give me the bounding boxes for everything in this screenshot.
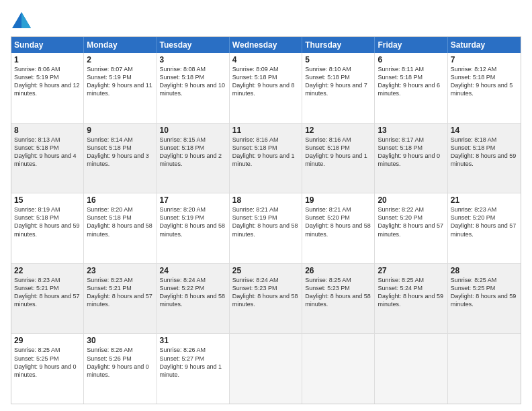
day-info: Sunrise: 8:26 AM Sunset: 5:26 PM Dayligh… (87, 346, 153, 379)
day-number: 24 (160, 266, 226, 275)
day-cell-15: 15Sunrise: 8:19 AM Sunset: 5:18 PM Dayli… (11, 193, 84, 263)
day-cell-27: 27Sunrise: 8:25 AM Sunset: 5:24 PM Dayli… (375, 264, 447, 334)
day-cell-8: 8Sunrise: 8:13 AM Sunset: 5:18 PM Daylig… (11, 124, 84, 193)
day-number: 8 (14, 126, 81, 135)
day-number: 20 (378, 195, 444, 205)
day-info: Sunrise: 8:13 AM Sunset: 5:18 PM Dayligh… (14, 136, 81, 169)
page: SundayMondayTuesdayWednesdayThursdayFrid… (0, 0, 532, 411)
day-cell-20: 20Sunrise: 8:22 AM Sunset: 5:20 PM Dayli… (375, 193, 447, 263)
day-number: 3 (160, 55, 226, 64)
empty-cell (230, 334, 302, 404)
day-info: Sunrise: 8:24 AM Sunset: 5:23 PM Dayligh… (232, 276, 299, 309)
day-number: 22 (14, 266, 81, 275)
calendar-header: SundayMondayTuesdayWednesdayThursdayFrid… (11, 37, 521, 53)
day-info: Sunrise: 8:22 AM Sunset: 5:20 PM Dayligh… (378, 205, 444, 238)
day-info: Sunrise: 8:21 AM Sunset: 5:20 PM Dayligh… (305, 205, 371, 238)
day-info: Sunrise: 8:25 AM Sunset: 5:25 PM Dayligh… (14, 346, 81, 379)
day-number: 27 (378, 266, 444, 275)
header-day-tuesday: Tuesday (157, 37, 230, 53)
day-cell-5: 5Sunrise: 8:10 AM Sunset: 5:18 PM Daylig… (302, 53, 375, 123)
day-number: 14 (451, 126, 518, 135)
header-day-thursday: Thursday (302, 37, 375, 53)
day-info: Sunrise: 8:07 AM Sunset: 5:19 PM Dayligh… (87, 65, 153, 98)
day-number: 31 (160, 336, 226, 345)
day-cell-4: 4Sunrise: 8:09 AM Sunset: 5:18 PM Daylig… (230, 53, 302, 123)
day-cell-3: 3Sunrise: 8:08 AM Sunset: 5:18 PM Daylig… (157, 53, 230, 123)
day-number: 17 (160, 195, 226, 205)
day-number: 4 (232, 55, 299, 64)
day-number: 10 (160, 126, 226, 135)
day-info: Sunrise: 8:24 AM Sunset: 5:22 PM Dayligh… (160, 276, 226, 309)
day-number: 2 (87, 55, 153, 64)
day-info: Sunrise: 8:26 AM Sunset: 5:27 PM Dayligh… (160, 346, 226, 379)
day-info: Sunrise: 8:23 AM Sunset: 5:21 PM Dayligh… (14, 276, 81, 309)
logo-icon (11, 11, 32, 30)
day-cell-14: 14Sunrise: 8:18 AM Sunset: 5:18 PM Dayli… (448, 124, 521, 193)
empty-cell (302, 334, 375, 404)
day-cell-10: 10Sunrise: 8:15 AM Sunset: 5:18 PM Dayli… (157, 124, 230, 193)
logo (11, 11, 35, 30)
day-info: Sunrise: 8:10 AM Sunset: 5:18 PM Dayligh… (305, 65, 371, 98)
day-info: Sunrise: 8:23 AM Sunset: 5:21 PM Dayligh… (87, 276, 153, 309)
day-cell-16: 16Sunrise: 8:20 AM Sunset: 5:18 PM Dayli… (84, 193, 157, 263)
day-number: 18 (232, 195, 299, 205)
day-cell-25: 25Sunrise: 8:24 AM Sunset: 5:23 PM Dayli… (230, 264, 302, 334)
day-info: Sunrise: 8:20 AM Sunset: 5:19 PM Dayligh… (160, 205, 226, 238)
day-cell-11: 11Sunrise: 8:16 AM Sunset: 5:18 PM Dayli… (230, 124, 302, 193)
calendar: SundayMondayTuesdayWednesdayThursdayFrid… (11, 36, 521, 404)
day-number: 11 (232, 126, 299, 135)
day-info: Sunrise: 8:18 AM Sunset: 5:18 PM Dayligh… (451, 136, 518, 169)
day-number: 7 (451, 55, 518, 64)
day-cell-13: 13Sunrise: 8:17 AM Sunset: 5:18 PM Dayli… (375, 124, 447, 193)
day-number: 30 (87, 336, 153, 345)
header-day-wednesday: Wednesday (230, 37, 302, 53)
day-cell-22: 22Sunrise: 8:23 AM Sunset: 5:21 PM Dayli… (11, 264, 84, 334)
day-number: 26 (305, 266, 371, 275)
day-info: Sunrise: 8:20 AM Sunset: 5:18 PM Dayligh… (87, 205, 153, 238)
week-row-1: 1Sunrise: 8:06 AM Sunset: 5:19 PM Daylig… (11, 53, 521, 124)
day-number: 12 (305, 126, 371, 135)
day-info: Sunrise: 8:12 AM Sunset: 5:18 PM Dayligh… (451, 65, 518, 98)
day-cell-12: 12Sunrise: 8:16 AM Sunset: 5:18 PM Dayli… (302, 124, 375, 193)
day-info: Sunrise: 8:19 AM Sunset: 5:18 PM Dayligh… (14, 205, 81, 238)
day-number: 21 (451, 195, 518, 205)
day-cell-17: 17Sunrise: 8:20 AM Sunset: 5:19 PM Dayli… (157, 193, 230, 263)
week-row-5: 29Sunrise: 8:25 AM Sunset: 5:25 PM Dayli… (11, 334, 521, 404)
calendar-body: 1Sunrise: 8:06 AM Sunset: 5:19 PM Daylig… (11, 53, 521, 404)
day-cell-9: 9Sunrise: 8:14 AM Sunset: 5:18 PM Daylig… (84, 124, 157, 193)
day-cell-7: 7Sunrise: 8:12 AM Sunset: 5:18 PM Daylig… (448, 53, 521, 123)
day-cell-28: 28Sunrise: 8:25 AM Sunset: 5:25 PM Dayli… (448, 264, 521, 334)
day-cell-21: 21Sunrise: 8:23 AM Sunset: 5:20 PM Dayli… (448, 193, 521, 263)
day-cell-6: 6Sunrise: 8:11 AM Sunset: 5:18 PM Daylig… (375, 53, 447, 123)
day-cell-18: 18Sunrise: 8:21 AM Sunset: 5:19 PM Dayli… (230, 193, 302, 263)
day-number: 16 (87, 195, 153, 205)
day-cell-26: 26Sunrise: 8:25 AM Sunset: 5:23 PM Dayli… (302, 264, 375, 334)
day-number: 5 (305, 55, 371, 64)
day-info: Sunrise: 8:17 AM Sunset: 5:18 PM Dayligh… (378, 136, 444, 169)
day-info: Sunrise: 8:25 AM Sunset: 5:23 PM Dayligh… (305, 276, 371, 309)
header-day-saturday: Saturday (448, 37, 521, 53)
header-day-monday: Monday (84, 37, 157, 53)
empty-cell (448, 334, 521, 404)
day-cell-24: 24Sunrise: 8:24 AM Sunset: 5:22 PM Dayli… (157, 264, 230, 334)
day-number: 25 (232, 266, 299, 275)
day-info: Sunrise: 8:25 AM Sunset: 5:25 PM Dayligh… (451, 276, 518, 309)
day-number: 6 (378, 55, 444, 64)
day-number: 19 (305, 195, 371, 205)
day-number: 23 (87, 266, 153, 275)
svg-marker-1 (21, 12, 31, 28)
week-row-3: 15Sunrise: 8:19 AM Sunset: 5:18 PM Dayli… (11, 193, 521, 264)
day-cell-1: 1Sunrise: 8:06 AM Sunset: 5:19 PM Daylig… (11, 53, 84, 123)
day-cell-23: 23Sunrise: 8:23 AM Sunset: 5:21 PM Dayli… (84, 264, 157, 334)
day-cell-19: 19Sunrise: 8:21 AM Sunset: 5:20 PM Dayli… (302, 193, 375, 263)
day-info: Sunrise: 8:16 AM Sunset: 5:18 PM Dayligh… (305, 136, 371, 169)
day-number: 28 (451, 266, 518, 275)
day-number: 1 (14, 55, 81, 64)
day-number: 9 (87, 126, 153, 135)
week-row-2: 8Sunrise: 8:13 AM Sunset: 5:18 PM Daylig… (11, 124, 521, 194)
header-day-sunday: Sunday (11, 37, 84, 53)
day-number: 15 (14, 195, 81, 205)
day-info: Sunrise: 8:08 AM Sunset: 5:18 PM Dayligh… (160, 65, 226, 98)
day-number: 29 (14, 336, 81, 345)
day-info: Sunrise: 8:16 AM Sunset: 5:18 PM Dayligh… (232, 136, 299, 169)
